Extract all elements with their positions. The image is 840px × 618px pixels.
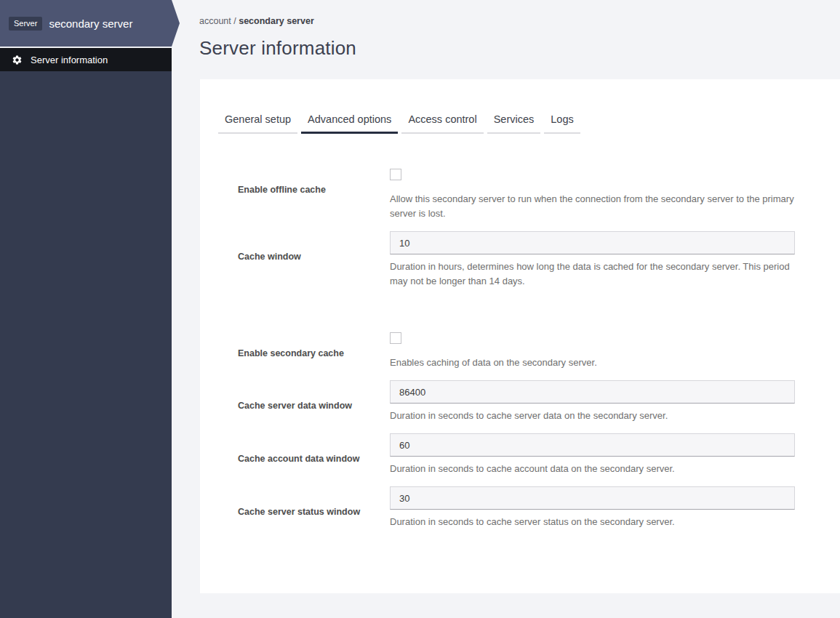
form-row-cache-server-data-window: Cache server data window Duration in sec… [238,380,795,423]
sidebar-item-server-information[interactable]: Server information [0,48,172,71]
field-control: Duration in seconds to cache server stat… [390,486,795,529]
advanced-options-form: Enable offline cache Allow this secondar… [200,169,840,529]
field-help: Allow this secondary server to run when … [390,192,795,221]
tab-advanced-options[interactable]: Advanced options [301,110,398,134]
enable-offline-cache-checkbox[interactable] [390,169,401,180]
enable-secondary-cache-checkbox[interactable] [390,332,401,344]
field-label: Cache server status window [238,486,390,529]
cache-server-status-window-input[interactable] [390,486,795,510]
field-label: Cache account data window [238,433,390,476]
server-name: secondary server [49,17,132,30]
field-control: Duration in seconds to cache account dat… [390,433,795,476]
cache-server-data-window-input[interactable] [390,380,795,404]
field-control: Duration in seconds to cache server data… [390,380,795,423]
field-control: Enables caching of data on the secondary… [390,332,795,370]
settings-card: General setup Advanced options Access co… [200,79,840,593]
page-title: Server information [199,37,840,60]
main-content: account / secondary server Server inform… [172,0,840,618]
sidebar: Server secondary server Server informati… [0,0,172,618]
sidebar-item-label: Server information [31,55,108,65]
field-help: Enables caching of data on the secondary… [390,356,795,370]
form-row-cache-account-data-window: Cache account data window Duration in se… [238,433,795,476]
form-row-cache-window: Cache window Duration in hours, determin… [238,231,795,289]
form-row-enable-offline-cache: Enable offline cache Allow this secondar… [238,169,795,221]
form-row-enable-secondary-cache: Enable secondary cache Enables caching o… [238,332,795,370]
field-label: Cache window [238,231,390,289]
gear-icon [12,55,23,65]
cache-window-input[interactable] [390,231,795,254]
tab-services[interactable]: Services [487,110,541,134]
server-type-badge: Server [9,17,42,31]
form-row-cache-server-status-window: Cache server status window Duration in s… [238,486,795,529]
tab-logs[interactable]: Logs [544,110,580,134]
tab-bar: General setup Advanced options Access co… [218,110,840,134]
field-help: Duration in hours, determines how long t… [390,260,795,289]
breadcrumb-current: secondary server [239,16,314,26]
field-label: Cache server data window [238,380,390,423]
breadcrumb: account / secondary server [199,16,840,26]
breadcrumb-parent[interactable]: account [199,16,231,26]
breadcrumb-separator: / [231,16,239,26]
tab-general-setup[interactable]: General setup [218,110,297,134]
field-help: Duration in seconds to cache server data… [390,409,795,423]
tab-access-control[interactable]: Access control [401,110,483,134]
field-control: Allow this secondary server to run when … [390,169,795,221]
field-control: Duration in hours, determines how long t… [390,231,795,289]
field-label: Enable secondary cache [238,332,390,370]
field-help: Duration in seconds to cache account dat… [390,462,795,476]
sidebar-header: Server secondary server [0,0,172,47]
field-help: Duration in seconds to cache server stat… [390,515,795,529]
cache-account-data-window-input[interactable] [390,433,795,457]
field-label: Enable offline cache [238,169,390,221]
